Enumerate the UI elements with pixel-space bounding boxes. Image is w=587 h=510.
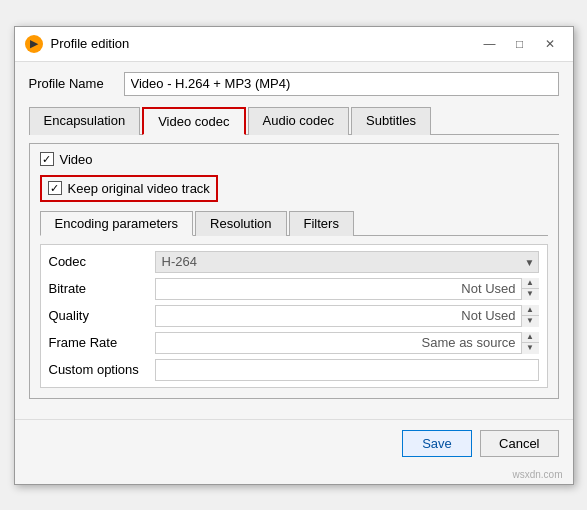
minimize-button[interactable]: — — [477, 35, 503, 53]
tab-filters[interactable]: Filters — [289, 211, 354, 236]
quality-arrows: ▲ ▼ — [521, 305, 539, 327]
keep-original-row: Keep original video track — [40, 175, 218, 202]
framerate-down-button[interactable]: ▼ — [522, 343, 539, 354]
content-area: Profile Name Encapsulation Video codec A… — [15, 62, 573, 419]
bitrate-input[interactable] — [155, 278, 539, 300]
quality-row: Quality ▲ ▼ — [49, 305, 539, 327]
profile-name-input[interactable] — [124, 72, 559, 96]
cancel-button[interactable]: Cancel — [480, 430, 558, 457]
profile-edition-window: ▶ Profile edition — □ ✕ Profile Name Enc… — [14, 26, 574, 485]
custom-label: Custom options — [49, 362, 149, 377]
quality-input[interactable] — [155, 305, 539, 327]
video-checkbox[interactable] — [40, 152, 54, 166]
tab-encapsulation[interactable]: Encapsulation — [29, 107, 141, 135]
footer: Save Cancel — [15, 419, 573, 469]
bitrate-arrows: ▲ ▼ — [521, 278, 539, 300]
keep-original-checkbox[interactable] — [48, 181, 62, 195]
bitrate-down-button[interactable]: ▼ — [522, 289, 539, 300]
bitrate-label: Bitrate — [49, 281, 149, 296]
codec-control: H-264 H-265 MPEG-4 ▼ — [155, 251, 539, 273]
tab-resolution[interactable]: Resolution — [195, 211, 286, 236]
bitrate-up-button[interactable]: ▲ — [522, 278, 539, 290]
quality-up-button[interactable]: ▲ — [522, 305, 539, 317]
codec-select[interactable]: H-264 H-265 MPEG-4 — [155, 251, 539, 273]
codec-row: Codec H-264 H-265 MPEG-4 ▼ — [49, 251, 539, 273]
video-section-title: Video — [60, 152, 93, 167]
quality-control: ▲ ▼ — [155, 305, 539, 327]
video-section-header: Video — [40, 152, 548, 167]
profile-name-row: Profile Name — [29, 72, 559, 96]
inner-tabs: Encoding parameters Resolution Filters — [40, 210, 548, 236]
close-button[interactable]: ✕ — [537, 35, 563, 53]
save-button[interactable]: Save — [402, 430, 472, 457]
vlc-icon: ▶ — [25, 35, 43, 53]
window-title: Profile edition — [51, 36, 130, 51]
custom-input[interactable] — [155, 359, 539, 381]
outer-tabs: Encapsulation Video codec Audio codec Su… — [29, 106, 559, 135]
quality-label: Quality — [49, 308, 149, 323]
watermark: wsxdn.com — [15, 469, 573, 484]
title-bar-left: ▶ Profile edition — [25, 35, 130, 53]
framerate-up-button[interactable]: ▲ — [522, 332, 539, 344]
keep-original-label: Keep original video track — [68, 181, 210, 196]
tab-audio-codec[interactable]: Audio codec — [248, 107, 350, 135]
bitrate-control: ▲ ▼ — [155, 278, 539, 300]
tab-subtitles[interactable]: Subtitles — [351, 107, 431, 135]
params-box: Codec H-264 H-265 MPEG-4 ▼ Bitrate — [40, 244, 548, 388]
title-bar: ▶ Profile edition — □ ✕ — [15, 27, 573, 62]
framerate-arrows: ▲ ▼ — [521, 332, 539, 354]
profile-name-label: Profile Name — [29, 76, 114, 91]
framerate-control: ▲ ▼ — [155, 332, 539, 354]
bitrate-row: Bitrate ▲ ▼ — [49, 278, 539, 300]
title-buttons: — □ ✕ — [477, 35, 563, 53]
framerate-input[interactable] — [155, 332, 539, 354]
custom-row: Custom options — [49, 359, 539, 381]
framerate-row: Frame Rate ▲ ▼ — [49, 332, 539, 354]
maximize-button[interactable]: □ — [507, 35, 533, 53]
tab-video-codec[interactable]: Video codec — [142, 107, 245, 135]
custom-control — [155, 359, 539, 381]
framerate-label: Frame Rate — [49, 335, 149, 350]
tab-encoding-params[interactable]: Encoding parameters — [40, 211, 194, 236]
quality-down-button[interactable]: ▼ — [522, 316, 539, 327]
video-section: Video Keep original video track Encoding… — [29, 143, 559, 399]
codec-label: Codec — [49, 254, 149, 269]
